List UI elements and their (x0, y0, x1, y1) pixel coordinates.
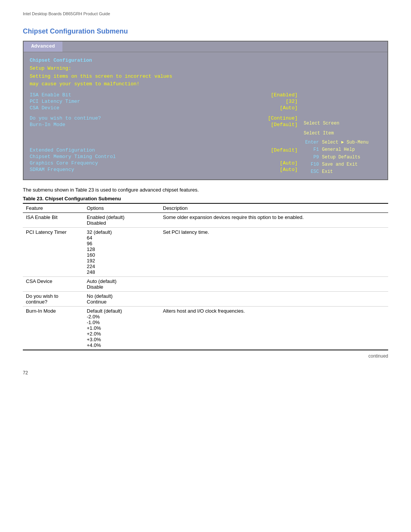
bios-label-burnin: Burn-In Mode (30, 122, 129, 128)
bios-row-pci-latency[interactable]: PCI Latency Timer [32] (30, 99, 298, 104)
page-number: 72 (23, 370, 388, 375)
bios-screen: Advanced Chipset Configuration Setup War… (23, 41, 388, 180)
bios-key-select-screen: Select Screen (304, 120, 383, 128)
bios-row-csa[interactable]: CSA Device [Auto] (30, 105, 298, 111)
table-cell-options: Enabled (default)Disabled (84, 213, 160, 228)
bios-value-continue: [Continue] (268, 115, 298, 121)
bios-key-esc-desc: Exit (322, 168, 333, 176)
table-cell-feature: ISA Enable Bit (23, 213, 84, 228)
bios-value-csa: [Auto] (280, 105, 298, 111)
bios-row-burnin[interactable]: Burn-In Mode [Default] (30, 122, 298, 128)
table-cell-description (160, 277, 388, 292)
table-cell-description: Alters host and I/O clock frequencies. (160, 307, 388, 350)
config-table: Feature Options Description ISA Enable B… (23, 203, 388, 350)
bios-value-extended: [Default] (271, 147, 298, 153)
table-cell-options: Default (default)-2.0%-1.0%+1.0%+2.0%+3.… (84, 307, 160, 350)
bios-key-f10-desc: Save and Exit (322, 161, 358, 168)
bios-key-f1-desc: General Help (322, 146, 355, 153)
bios-value-pci-latency: [32] (286, 99, 298, 104)
bios-row-isa[interactable]: ISA Enable Bit [Enabled] (30, 92, 298, 98)
bios-tab-advanced[interactable]: Advanced (24, 42, 62, 52)
col-header-feature: Feature (23, 203, 84, 213)
bios-label-csa: CSA Device (30, 105, 129, 111)
bios-value-graphics: [Auto] (280, 160, 298, 166)
bios-row-extended[interactable]: Extended Configuration [Default] (30, 147, 298, 153)
bios-label-pci-latency: PCI Latency Timer (30, 99, 129, 104)
bios-key-p9: P9 Setup Defaults (304, 154, 383, 161)
bios-label-sdram: SDRAM Frequency (30, 167, 129, 173)
bios-label-continue: Do you wish to continue? (30, 115, 129, 121)
table-row: CSA DeviceAuto (default)Disable (23, 277, 388, 292)
bios-value-isa: [Enabled] (271, 92, 298, 98)
bios-key-f1: F1 General Help (304, 146, 383, 153)
table-cell-options: No (default)Continue (84, 292, 160, 307)
bios-key-f10: F10 Save and Exit (304, 161, 383, 168)
table-row: ISA Enable BitEnabled (default)DisabledS… (23, 213, 388, 228)
bios-body: Chipset Configuration Setup Warning: Set… (24, 52, 387, 179)
table-cell-options: Auto (default)Disable (84, 277, 160, 292)
bios-key-f1-key: F1 (304, 146, 319, 153)
table-cell-description: Set PCI latency time. (160, 228, 388, 277)
table-cell-feature: Burn-In Mode (23, 307, 84, 350)
table-header-row: Feature Options Description (23, 203, 388, 213)
col-header-description: Description (160, 203, 388, 213)
bios-row-graphics[interactable]: Graphics Core Frequency [Auto] (30, 160, 298, 166)
table-row: Burn-In ModeDefault (default)-2.0%-1.0%+… (23, 307, 388, 350)
bios-config-label: Chipset Configuration Setup Warning: Set… (30, 57, 298, 88)
bios-key-enter-desc: Select ► Sub-Menu (322, 139, 368, 146)
page-header: Intel Desktop Boards D865GRH Product Gui… (23, 11, 388, 16)
bios-value-burnin: [Default] (271, 122, 298, 128)
bios-key-enter: Enter Select ► Sub-Menu (304, 139, 383, 146)
bios-key-select-item: Select Item (304, 129, 383, 138)
table-cell-description (160, 292, 388, 307)
bios-key-enter-key: Enter (304, 139, 319, 146)
bios-label-isa: ISA Enable Bit (30, 92, 129, 98)
table-row: Do you wish to continue?No (default)Cont… (23, 292, 388, 307)
continued-label: continued (23, 353, 388, 359)
bios-label-memory-timing: Chipset Memory Timing Control (30, 154, 129, 160)
section-title: Chipset Configuration Submenu (23, 27, 388, 35)
bios-label-extended: Extended Configuration (30, 147, 129, 153)
bios-row-memory-timing[interactable]: Chipset Memory Timing Control (30, 154, 298, 160)
bios-label-graphics: Graphics Core Frequency (30, 160, 129, 166)
bios-left-panel: Chipset Configuration Setup Warning: Set… (24, 55, 304, 179)
bios-warning-2: Setting items on this screen to incorrec… (30, 73, 298, 81)
bios-warning-1: Setup Warning: (30, 65, 298, 73)
summary-text: The submenu shown in Table 23 is used to… (23, 187, 388, 193)
bios-config-title: Chipset Configuration (30, 57, 298, 65)
bios-row-continue[interactable]: Do you wish to continue? [Continue] (30, 115, 298, 121)
bios-key-f10-key: F10 (304, 161, 319, 168)
bios-right-panel: Select Screen Select Item Enter Select ►… (304, 120, 387, 179)
table-caption: Table 23. Chipset Configuration Submenu (23, 196, 388, 201)
table-cell-options: 32 (default)6496128160192224248 (84, 228, 160, 277)
col-header-options: Options (84, 203, 160, 213)
table-cell-feature: Do you wish to continue? (23, 292, 84, 307)
bios-value-sdram: [Auto] (280, 167, 298, 173)
bios-key-p9-desc: Setup Defaults (322, 154, 360, 161)
bios-key-p9-key: P9 (304, 154, 319, 161)
bios-key-esc: ESC Exit (304, 168, 383, 176)
header-title: Intel Desktop Boards D865GRH Product Gui… (23, 11, 110, 16)
table-cell-description: Some older expansion devices require thi… (160, 213, 388, 228)
bios-warning-3: may cause your system to malfunction! (30, 80, 298, 88)
table-cell-feature: PCI Latency Timer (23, 228, 84, 277)
bios-row-sdram[interactable]: SDRAM Frequency [Auto] (30, 167, 298, 173)
table-row: PCI Latency Timer32 (default)64961281601… (23, 228, 388, 277)
bios-key-esc-key: ESC (304, 168, 319, 176)
table-cell-feature: CSA Device (23, 277, 84, 292)
bios-tab-bar: Advanced (24, 42, 387, 52)
